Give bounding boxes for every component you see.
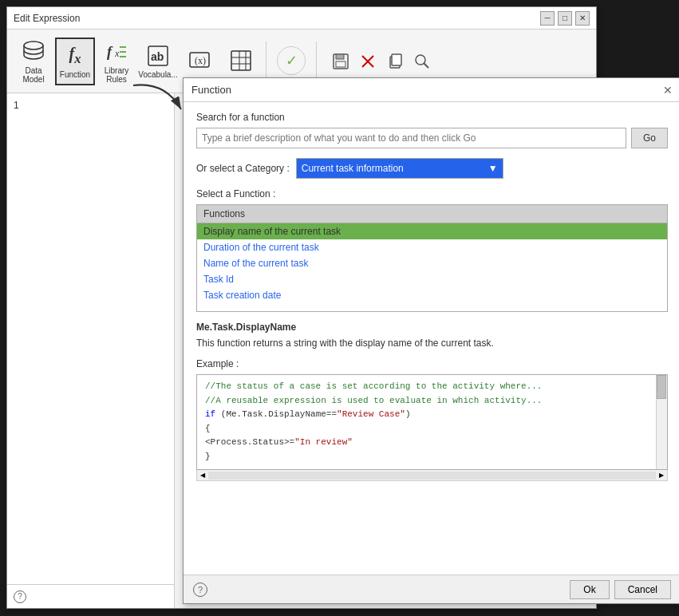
- toolbar-separator-2: [316, 41, 317, 81]
- svg-line-23: [424, 63, 428, 68]
- help-icon[interactable]: ?: [193, 582, 207, 597]
- vocabulary-label: Vocabula...: [138, 70, 177, 79]
- code-line-1: //The status of a case is set according …: [205, 380, 659, 394]
- toolbar-library-rules-button[interactable]: f x LibraryRules: [97, 38, 136, 85]
- example-section: Example : //The status of a case is set …: [196, 358, 668, 481]
- functions-list-container: Functions Display name of the current ta…: [196, 204, 668, 312]
- main-content: 1 ? Function ✕ Search for a function: [7, 93, 596, 608]
- library-rules-icon: f x: [104, 39, 129, 65]
- function-item-1[interactable]: Duration of the current task: [197, 239, 667, 255]
- search-row: Go: [196, 128, 668, 148]
- save-button[interactable]: [328, 49, 353, 74]
- function-dialog: Function ✕ Search for a function Go Or s…: [183, 77, 679, 604]
- function-name-display: Me.Task.DisplayName: [196, 322, 668, 333]
- scroll-left-button[interactable]: ◀: [197, 470, 208, 481]
- category-label: Or select a Category :: [196, 163, 290, 174]
- svg-rect-10: [231, 51, 251, 70]
- left-panel-bottom: ?: [7, 584, 174, 608]
- code-line-4: {: [205, 422, 659, 436]
- svg-point-0: [24, 41, 43, 49]
- svg-text:(x): (x): [195, 55, 206, 66]
- function-item-0[interactable]: Display name of the current task: [197, 223, 667, 239]
- h-scroll-track: [208, 472, 656, 480]
- toolbar-data-model-button[interactable]: DataModel: [14, 38, 53, 85]
- example-code-container: //The status of a case is set according …: [196, 374, 668, 470]
- example-code: //The status of a case is set according …: [197, 375, 667, 469]
- cancel-button[interactable]: Cancel: [614, 580, 671, 599]
- category-select[interactable]: Current task information ▼: [296, 158, 503, 179]
- grid-icon: [228, 48, 254, 73]
- check-icon: ✓: [277, 46, 306, 75]
- code-line-3: if (Me.Task.DisplayName=="Review Case"): [205, 408, 659, 422]
- left-panel: 1 ?: [7, 93, 175, 608]
- category-selected-value: Current task information: [302, 163, 404, 174]
- search-input[interactable]: [196, 128, 626, 148]
- toolbar-right-group: [328, 49, 435, 74]
- search-button[interactable]: [409, 49, 435, 74]
- function-label: Function: [60, 70, 90, 79]
- help-icon-small[interactable]: ?: [14, 590, 26, 603]
- outer-window: Edit Expression ─ □ ✕ DataModel: [0, 0, 679, 616]
- svg-rect-16: [336, 54, 344, 59]
- search-section-label: Search for a function: [196, 112, 668, 123]
- svg-text:x: x: [114, 48, 120, 59]
- dialog-close-button[interactable]: ✕: [663, 85, 673, 96]
- select-function-label: Select a Function :: [196, 188, 668, 199]
- code-line-6: }: [205, 450, 659, 464]
- dialog-buttons: Ok Cancel: [570, 580, 671, 599]
- dialog-titlebar: Function ✕: [184, 78, 679, 102]
- chevron-down-icon: ▼: [488, 163, 498, 174]
- formula-icon: (x): [187, 48, 212, 73]
- function-icon: fx: [62, 43, 88, 69]
- function-item-2[interactable]: Name of the current task: [197, 255, 667, 271]
- window-controls: ─ □ ✕: [540, 11, 590, 26]
- toolbar-separator-1: [266, 41, 266, 81]
- close-window-button[interactable]: ✕: [575, 11, 590, 26]
- example-scrollbar[interactable]: [656, 375, 667, 469]
- scrollbar-thumb[interactable]: [657, 375, 666, 399]
- svg-text:ab: ab: [151, 50, 164, 63]
- code-line-5: <Process.Status>="In review": [205, 436, 659, 450]
- example-label: Example :: [196, 358, 668, 369]
- dialog-title: Function: [191, 84, 231, 96]
- window-title: Edit Expression: [14, 13, 80, 24]
- svg-rect-17: [336, 61, 345, 67]
- toolbar-function-button[interactable]: fx Function: [55, 38, 95, 85]
- vocabulary-icon: ab: [145, 43, 171, 69]
- go-button[interactable]: Go: [631, 128, 668, 148]
- maximize-button[interactable]: □: [558, 11, 572, 26]
- function-item-3[interactable]: Task Id: [197, 271, 667, 287]
- data-model-label: DataModel: [22, 66, 44, 84]
- description-section: Me.Task.DisplayName This function return…: [196, 322, 668, 350]
- delete-button[interactable]: [355, 49, 381, 74]
- function-description: This function returns a string with the …: [196, 336, 668, 350]
- category-row: Or select a Category : Current task info…: [196, 158, 668, 179]
- code-line-2: //A reusable expression is used to evalu…: [205, 394, 659, 409]
- window-titlebar: Edit Expression ─ □ ✕: [7, 7, 596, 30]
- dialog-bottom: ? Ok Cancel: [184, 575, 679, 603]
- copy-button[interactable]: [382, 49, 408, 74]
- function-item-4[interactable]: Task creation date: [197, 287, 667, 303]
- library-rules-label: LibraryRules: [105, 66, 129, 84]
- svg-text:f: f: [107, 44, 113, 60]
- minimize-button[interactable]: ─: [540, 11, 555, 26]
- svg-rect-21: [392, 54, 401, 65]
- edit-expression-window: Edit Expression ─ □ ✕ DataModel: [6, 6, 597, 609]
- dialog-body: Search for a function Go Or select a Cat…: [184, 102, 679, 491]
- data-model-icon: [21, 39, 46, 65]
- functions-list: Display name of the current task Duratio…: [197, 223, 667, 311]
- functions-list-header: Functions: [197, 205, 667, 223]
- horizontal-scrollbar[interactable]: ◀ ▶: [196, 470, 668, 481]
- toolbar-vocabulary-button[interactable]: ab Vocabula...: [138, 38, 178, 85]
- ok-button[interactable]: Ok: [570, 580, 609, 599]
- line-number: 1: [14, 100, 19, 111]
- scroll-right-button[interactable]: ▶: [656, 470, 667, 481]
